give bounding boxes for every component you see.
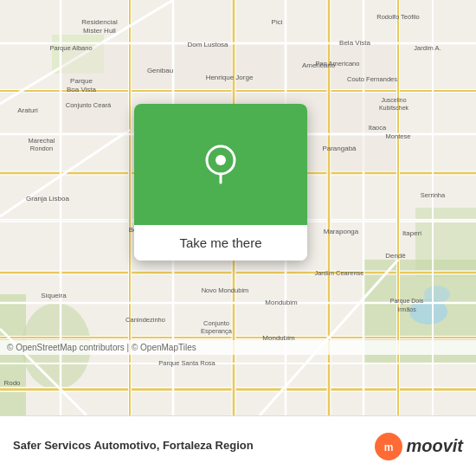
- svg-text:Dendê: Dendê: [385, 252, 406, 260]
- svg-text:Americano: Americano: [302, 61, 336, 69]
- svg-text:Montese: Montese: [386, 132, 411, 140]
- svg-rect-1: [0, 294, 26, 415]
- svg-text:Araturi: Araturi: [17, 106, 38, 114]
- location-pin-icon: [199, 143, 242, 186]
- svg-text:Parque: Parque: [70, 77, 93, 85]
- svg-text:Parangabá: Parangabá: [322, 145, 357, 152]
- svg-text:Granja Lisboa: Granja Lisboa: [26, 195, 69, 203]
- location-info: Safer Servicos Automotivo, Fortaleza Reg…: [13, 439, 364, 453]
- svg-rect-54: [331, 136, 396, 171]
- map-attribution: © OpenStreetMap contributors | © OpenMap…: [0, 340, 476, 355]
- svg-text:Itaoca: Itaoca: [369, 124, 387, 132]
- svg-text:Henrique Jorge: Henrique Jorge: [206, 74, 254, 81]
- svg-text:Genibau: Genibau: [147, 67, 173, 74]
- svg-text:Boa Vista: Boa Vista: [67, 86, 97, 93]
- svg-text:Rondon: Rondon: [30, 145, 53, 152]
- svg-text:Serrinha: Serrinha: [421, 191, 446, 199]
- svg-rect-43: [175, 45, 232, 89]
- svg-text:Parque Albano: Parque Albano: [49, 44, 92, 52]
- svg-text:Kubitschek: Kubitschek: [379, 105, 409, 111]
- svg-text:Jardim A.: Jardim A.: [414, 44, 441, 52]
- svg-text:Residencial: Residencial: [81, 18, 118, 26]
- svg-text:Parque Santa Rosa: Parque Santa Rosa: [158, 359, 215, 367]
- svg-text:Novo Mondubim: Novo Mondubim: [202, 286, 249, 294]
- svg-point-100: [215, 155, 226, 165]
- moovit-text: moovit: [406, 436, 463, 456]
- svg-text:Maraponga: Maraponga: [324, 228, 359, 235]
- svg-text:Siqueira: Siqueira: [41, 292, 67, 299]
- svg-rect-3: [415, 208, 476, 277]
- svg-text:Parque Dois: Parque Dois: [390, 298, 424, 305]
- moovit-icon: m: [375, 433, 402, 460]
- svg-text:Esperança: Esperança: [201, 327, 233, 335]
- svg-point-7: [424, 286, 450, 303]
- svg-text:Marechal: Marechal: [29, 137, 55, 145]
- svg-text:Rodolfo Teófilo: Rodolfo Teófilo: [376, 13, 419, 21]
- svg-rect-47: [62, 93, 128, 132]
- take-me-there-button[interactable]: Take me there: [134, 225, 307, 261]
- svg-text:Irmãos: Irmãos: [397, 306, 416, 312]
- card-map-preview: [134, 104, 307, 225]
- map-container: Residencial Mister Hull Pici Rodolfo Teó…: [0, 0, 476, 415]
- svg-text:Couto Fernandes: Couto Fernandes: [347, 75, 397, 83]
- svg-text:Pici: Pici: [272, 18, 283, 26]
- svg-text:Dom Lustosa: Dom Lustosa: [187, 41, 228, 48]
- location-card: Take me there: [134, 104, 307, 261]
- info-bar: Safer Servicos Automotivo, Fortaleza Reg…: [0, 415, 476, 476]
- svg-text:Mondubim: Mondubim: [265, 299, 298, 306]
- svg-text:Mister Hull: Mister Hull: [83, 27, 116, 35]
- svg-text:Conjunto: Conjunto: [203, 319, 229, 327]
- svg-text:Jardim Cearense: Jardim Cearense: [314, 269, 363, 277]
- svg-text:Itaperi: Itaperi: [402, 229, 421, 237]
- svg-text:Bela Vista: Bela Vista: [339, 39, 370, 47]
- svg-text:Rodo: Rodo: [3, 379, 21, 387]
- svg-text:Canindezinho: Canindezinho: [125, 316, 165, 324]
- location-name: Safer Servicos Automotivo, Fortaleza Reg…: [13, 439, 364, 453]
- svg-text:Juscelino: Juscelino: [381, 97, 406, 103]
- svg-rect-44: [235, 45, 284, 89]
- moovit-logo: m moovit: [375, 433, 463, 460]
- svg-text:m: m: [384, 441, 394, 453]
- svg-text:Conjunto Ceará: Conjunto Ceará: [66, 101, 112, 109]
